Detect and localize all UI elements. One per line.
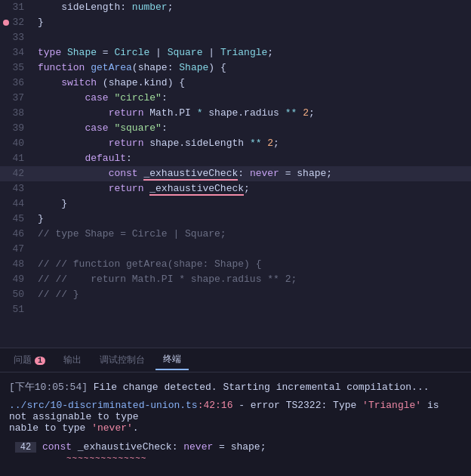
line-content-42: const _exhaustiveCheck: never = shape; [32,166,471,181]
line-content-31: sideLength: number; [32,0,471,15]
line-number-35: 35 [0,60,32,76]
code-line-36: 36 switch (shape.kind) { [0,76,471,91]
line-content-49: // // return Math.PI * shape.radius ** 2… [32,272,471,287]
line-number-43: 43 [0,181,32,196]
line-number-48: 48 [0,257,32,272]
panel: 问题1输出调试控制台终端 [下午10:05:54] File change de… [0,348,471,476]
terminal-message1: File change detected. Starting increment… [88,382,429,393]
code-line-48: 48// // function getArea(shape: Shape) { [0,257,471,272]
line-number-34: 34 [0,45,32,60]
code-container: 31 sideLength: number;32}3334type Shape … [0,0,471,317]
code-line-38: 38 return Math.PI * shape.radius ** 2; [0,106,471,121]
code-line-45: 45} [0,212,471,227]
error-line: ../src/10-discriminated-union.ts:42:16 -… [9,400,462,422]
panel-content: [下午10:05:54] File change detected. Start… [0,372,471,470]
error-nable: nable to type [9,422,91,434]
line-content-50: // // } [32,287,471,302]
code-line-47: 47 [0,242,471,257]
line-number-36: 36 [0,76,32,91]
code-line-46: 46// type Shape = Circle | Square; [0,227,471,242]
error-never: 'never' [91,422,133,434]
line-content-51 [32,302,471,317]
preview-linenum: 42 [15,442,36,453]
code-line-40: 40 return shape.sideLength ** 2; [0,136,471,151]
line-number-46: 46 [0,227,32,242]
line-content-45: } [32,212,471,227]
panel-tab-问题[interactable]: 问题1 [6,351,53,369]
error-location: :42:16 [198,400,233,411]
code-line-44: 44 } [0,196,471,212]
line-number-41: 41 [0,151,32,166]
error-type: 'Triangle' [362,400,421,411]
code-line-32: 32} [0,15,471,30]
panel-tab-调试控制台[interactable]: 调试控制台 [92,351,152,369]
line-number-50: 50 [0,287,32,302]
line-number-49: 49 [0,272,32,287]
code-line-35: 35function getArea(shape: Shape) { [0,60,471,76]
error-dot [3,20,9,26]
line-number-44: 44 [0,196,32,212]
terminal-output: [下午10:05:54] File change detected. Start… [9,380,462,394]
line-content-37: case "circle": [32,91,471,106]
line-number-51: 51 [0,302,32,317]
line-content-43: return _exhaustiveCheck; [32,181,471,196]
error-period: . [133,422,139,434]
preview-code: const _exhaustiveCheck: never = shape; [42,441,266,453]
code-line-41: 41 default: [0,151,471,166]
line-number-33: 33 [0,30,32,45]
line-content-38: return Math.PI * shape.radius ** 2; [32,106,471,121]
line-content-35: function getArea(shape: Shape) { [32,60,471,76]
code-line-37: 37 case "circle": [0,91,471,106]
error-path: ../src/10-discriminated-union.ts [9,400,198,411]
panel-tab-输出[interactable]: 输出 [56,351,89,369]
error-code: - error TS2322: Type [232,400,362,411]
line-content-41: default: [32,151,471,166]
line-number-47: 47 [0,242,32,257]
preview-line: 42 const _exhaustiveCheck: never = shape… [9,438,462,453]
line-content-34: type Shape = Circle | Square | Triangle; [32,45,471,60]
code-line-50: 50// // } [0,287,471,302]
code-line-42: 42 const _exhaustiveCheck: never = shape… [0,166,471,181]
code-line-49: 49// // return Math.PI * shape.radius **… [0,272,471,287]
editor-area: 31 sideLength: number;32}3334type Shape … [0,0,471,348]
line-number-40: 40 [0,136,32,151]
line-content-36: switch (shape.kind) { [32,76,471,91]
line-number-45: 45 [0,212,32,227]
tab-badge: 1 [35,357,45,365]
timestamp: [下午10:05:54] [9,382,88,393]
panel-tab-终端[interactable]: 终端 [155,350,189,370]
line-number-38: 38 [0,106,32,121]
code-line-43: 43 return _exhaustiveCheck; [0,181,471,196]
line-content-33 [32,30,471,45]
line-content-46: // type Shape = Circle | Square; [32,227,471,242]
line-content-32: } [32,15,471,30]
line-content-48: // // function getArea(shape: Shape) { [32,257,471,272]
line-number-31: 31 [0,0,32,15]
error-line-2: nable to type 'never'. [9,422,462,434]
code-line-39: 39 case "square": [0,121,471,136]
line-number-42: 42 [0,166,32,181]
line-number-32: 32 [0,15,32,30]
code-line-33: 33 [0,30,471,45]
line-content-47 [32,242,471,257]
panel-tabs: 问题1输出调试控制台终端 [0,348,471,372]
line-number-39: 39 [0,121,32,136]
line-content-39: case "square": [32,121,471,136]
code-line-31: 31 sideLength: number; [0,0,471,15]
line-content-40: return shape.sideLength ** 2; [32,136,471,151]
squiggly-line: ~~~~~~~~~~~~~~ [9,453,462,464]
code-line-51: 51 [0,302,471,317]
line-number-37: 37 [0,91,32,106]
code-line-34: 34type Shape = Circle | Square | Triangl… [0,45,471,60]
line-content-44: } [32,196,471,212]
